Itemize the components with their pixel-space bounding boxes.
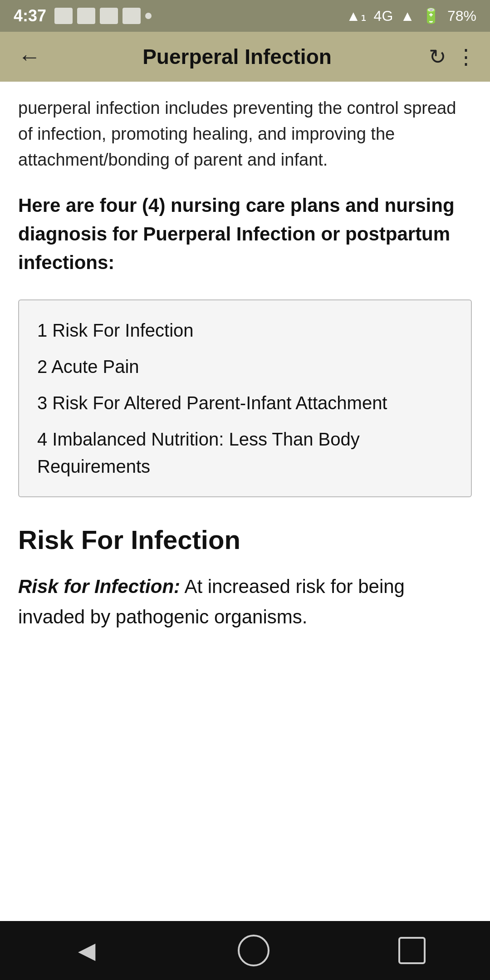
refresh-button[interactable]: ↻ [429, 44, 446, 69]
screen-icon [77, 8, 95, 24]
toc-item-3[interactable]: 3 Risk For Altered Parent-Infant Attachm… [37, 389, 453, 416]
time-display: 4:37 [14, 6, 46, 25]
toc-box: 1 Risk For Infection 2 Acute Pain 3 Risk… [18, 299, 472, 497]
nav-back-button[interactable]: ◀ [64, 930, 109, 971]
signal-icon-2: ▲ [400, 8, 415, 24]
more-button[interactable]: ⋮ [456, 44, 476, 69]
battery-indicator: 🔋 [422, 7, 440, 24]
status-icons [54, 8, 152, 24]
status-right: ▲₁ 4G ▲ 🔋 78% [346, 7, 476, 24]
user-icon [122, 8, 141, 24]
bottom-nav: ◀ [0, 921, 490, 980]
nav-recents-button[interactable] [398, 937, 426, 964]
toc-item-4[interactable]: 4 Imbalanced Nutrition: Less Than Body R… [37, 426, 453, 480]
risk-section-title: Risk For Infection [18, 524, 472, 555]
status-bar: 4:37 ▲₁ 4G ▲ 🔋 78% [0, 0, 490, 32]
message-icon [100, 8, 118, 24]
risk-description: Risk for Infection: At increased risk fo… [18, 571, 472, 632]
toc-item-1[interactable]: 1 Risk For Infection [37, 317, 453, 344]
intro-paragraph: puerperal infection includes preventing … [18, 95, 472, 173]
risk-bold-italic-label: Risk for Infection: [18, 576, 180, 597]
section-heading: Here are four (4) nursing care plans and… [18, 191, 472, 277]
nav-home-button[interactable] [238, 935, 270, 966]
back-button[interactable]: ← [14, 39, 45, 74]
app-bar-actions: ↻ ⋮ [429, 44, 476, 69]
app-bar: ← Puerperal Infection ↻ ⋮ [0, 32, 490, 82]
photo-icon [54, 8, 73, 24]
intro-text-body: puerperal infection includes preventing … [18, 98, 456, 169]
dot-icon [145, 13, 152, 19]
network-label: 4G [374, 8, 393, 24]
status-time: 4:37 [14, 6, 152, 25]
signal-icon: ▲₁ [346, 7, 367, 24]
app-bar-title: Puerperal Infection [54, 44, 420, 69]
toc-item-2[interactable]: 2 Acute Pain [37, 353, 453, 380]
battery-percent: 78% [447, 8, 476, 24]
main-content: puerperal infection includes preventing … [0, 82, 490, 921]
